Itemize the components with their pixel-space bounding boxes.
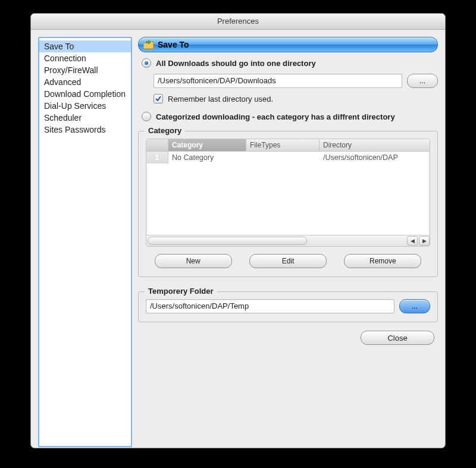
cell-rownum: 1 — [146, 152, 168, 164]
col-category[interactable]: Category — [168, 139, 246, 151]
footer: Close — [138, 328, 438, 345]
table-row[interactable]: 1 No Category /Users/softonicen/DAP — [146, 152, 430, 164]
scrollbar-track[interactable] — [148, 237, 405, 245]
category-legend: Category — [145, 126, 185, 135]
radio-categorized-label: Categorized downloading - each category … — [156, 112, 395, 121]
temp-path-field[interactable]: /Users/softonicen/DAP/Temp — [146, 299, 394, 313]
download-path-field[interactable]: /Users/softonicen/DAP/Downloads — [154, 74, 402, 88]
settings-pane: Save To All Downloads should go into one… — [138, 37, 438, 447]
radio-all-label: All Downloads should go into one directo… — [156, 59, 316, 68]
col-rownum — [146, 139, 168, 151]
col-filetypes[interactable]: FileTypes — [246, 139, 320, 151]
sidebar-item-advanced[interactable]: Advanced — [39, 76, 131, 88]
remember-label: Remember last directory used. — [168, 95, 273, 103]
sidebar-item-connection[interactable]: Connection — [39, 52, 131, 64]
sidebar-item-download-completion[interactable]: Download Completion — [39, 88, 131, 100]
sidebar-item-proxy-firewall[interactable]: Proxy/FireWall — [39, 64, 131, 76]
horizontal-scrollbar[interactable]: ◀ ▶ — [146, 235, 430, 246]
temp-folder-legend: Temporery Folder — [145, 287, 217, 296]
category-buttons: New Edit Remove — [146, 254, 430, 268]
cell-category: No Category — [168, 152, 246, 164]
scrollbar-thumb[interactable] — [148, 237, 307, 245]
radio-categorized[interactable] — [142, 112, 151, 121]
window-body: Save To Connection Proxy/FireWall Advanc… — [31, 30, 445, 448]
sidebar-item-save-to[interactable]: Save To — [39, 40, 131, 52]
scroll-left-icon[interactable]: ◀ — [407, 236, 418, 246]
sidebar-item-dial-up[interactable]: Dial-Up Services — [39, 100, 131, 112]
sidebar-item-sites-passwords[interactable]: Sites Passwords — [39, 124, 131, 136]
radio-row-all[interactable]: All Downloads should go into one directo… — [142, 58, 438, 68]
browse-download-path-button[interactable]: ... — [407, 74, 438, 88]
browse-temp-path-button[interactable]: ... — [399, 299, 430, 313]
temp-path-row: /Users/softonicen/DAP/Temp ... — [146, 299, 430, 313]
window-title: Preferences — [31, 14, 445, 30]
section-header-save-to: Save To — [138, 37, 438, 52]
radio-all-downloads[interactable] — [142, 58, 151, 68]
category-table: Category FileTypes Directory 1 No Catego… — [146, 139, 430, 247]
remember-checkbox[interactable] — [154, 94, 163, 103]
close-button[interactable]: Close — [361, 331, 434, 345]
edit-category-button[interactable]: Edit — [249, 254, 327, 268]
category-sidebar: Save To Connection Proxy/FireWall Advanc… — [38, 37, 132, 447]
scroll-right-icon[interactable]: ▶ — [419, 236, 430, 246]
remember-row[interactable]: Remember last directory used. — [154, 94, 438, 103]
cell-filetypes — [246, 152, 320, 164]
temp-folder-fieldset: Temporery Folder /Users/softonicen/DAP/T… — [138, 291, 438, 322]
col-directory[interactable]: Directory — [320, 139, 430, 151]
category-table-body: 1 No Category /Users/softonicen/DAP — [146, 152, 430, 235]
category-table-header: Category FileTypes Directory — [146, 139, 430, 152]
sidebar-item-scheduler[interactable]: Scheduler — [39, 112, 131, 124]
download-path-row: /Users/softonicen/DAP/Downloads ... — [154, 74, 438, 88]
section-title: Save To — [158, 40, 189, 49]
radio-row-categorized[interactable]: Categorized downloading - each category … — [142, 112, 438, 121]
folder-save-icon — [143, 40, 154, 49]
cell-directory: /Users/softonicen/DAP — [320, 152, 430, 164]
remove-category-button[interactable]: Remove — [344, 254, 421, 268]
preferences-window: Preferences Save To Connection Proxy/Fir… — [30, 13, 446, 448]
new-category-button[interactable]: New — [155, 254, 232, 268]
category-fieldset: Category Category FileTypes Directory 1 … — [138, 131, 438, 277]
